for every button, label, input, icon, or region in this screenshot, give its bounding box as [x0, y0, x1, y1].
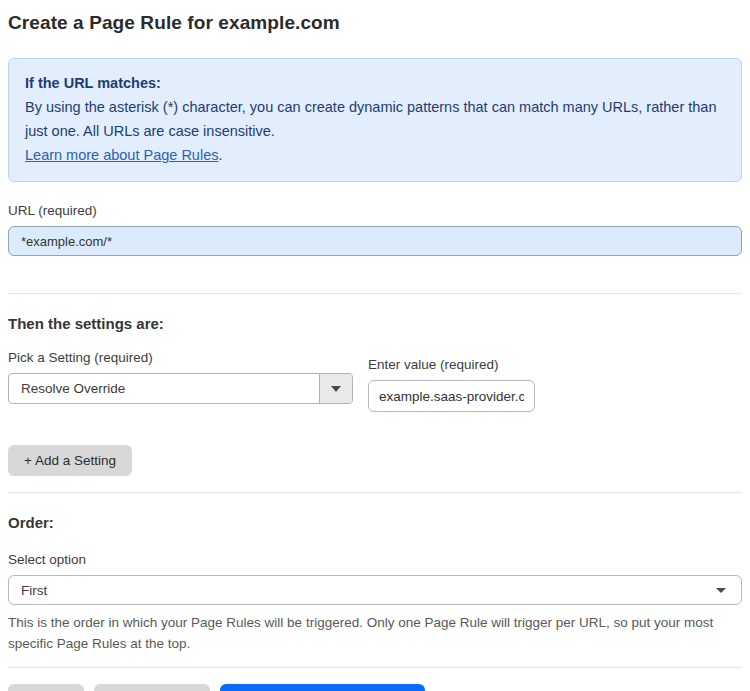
- setting-select-value: Resolve Override: [9, 374, 319, 403]
- setting-value-input[interactable]: [368, 380, 535, 412]
- setting-value-column: Enter value (required): [368, 357, 535, 412]
- order-select[interactable]: First: [8, 575, 742, 605]
- chevron-down-icon: [331, 386, 341, 392]
- info-box-body-text: By using the asterisk (*) character, you…: [25, 99, 717, 139]
- url-input[interactable]: [8, 226, 742, 256]
- footer-actions: Cancel Save as Draft Save and Deploy Pag…: [8, 684, 742, 691]
- setting-select-arrow-box[interactable]: [319, 374, 352, 403]
- create-page-rule-panel: Create a Page Rule for example.com If th…: [0, 0, 750, 691]
- divider: [8, 293, 742, 294]
- order-section-heading: Order:: [8, 514, 742, 531]
- chevron-down-icon: [716, 588, 726, 593]
- info-box-heading: If the URL matches:: [25, 71, 725, 95]
- order-select-label: Select option: [8, 552, 742, 567]
- setting-value-label: Enter value (required): [368, 357, 535, 372]
- divider: [8, 492, 742, 493]
- info-box-body: By using the asterisk (*) character, you…: [25, 95, 725, 143]
- settings-row: Pick a Setting (required) Resolve Overri…: [8, 350, 742, 412]
- link-suffix: .: [218, 147, 222, 163]
- page-title: Create a Page Rule for example.com: [8, 12, 742, 34]
- setting-picker-label: Pick a Setting (required): [8, 350, 353, 365]
- cancel-button[interactable]: Cancel: [8, 684, 84, 691]
- setting-select[interactable]: Resolve Override: [8, 373, 353, 404]
- settings-section-heading: Then the settings are:: [8, 315, 742, 332]
- info-box-link-line: Learn more about Page Rules.: [25, 143, 725, 167]
- save-as-draft-button[interactable]: Save as Draft: [94, 684, 210, 691]
- setting-picker-column: Pick a Setting (required) Resolve Overri…: [8, 350, 353, 404]
- add-setting-button[interactable]: + Add a Setting: [8, 445, 132, 476]
- url-match-info-box: If the URL matches: By using the asteris…: [8, 58, 742, 182]
- learn-more-link[interactable]: Learn more about Page Rules: [25, 147, 218, 163]
- order-select-value: First: [21, 583, 47, 598]
- save-and-deploy-button[interactable]: Save and Deploy Page Rule: [220, 684, 426, 691]
- order-help-text: This is the order in which your Page Rul…: [8, 612, 742, 654]
- url-field-label: URL (required): [8, 203, 742, 218]
- divider: [8, 667, 742, 668]
